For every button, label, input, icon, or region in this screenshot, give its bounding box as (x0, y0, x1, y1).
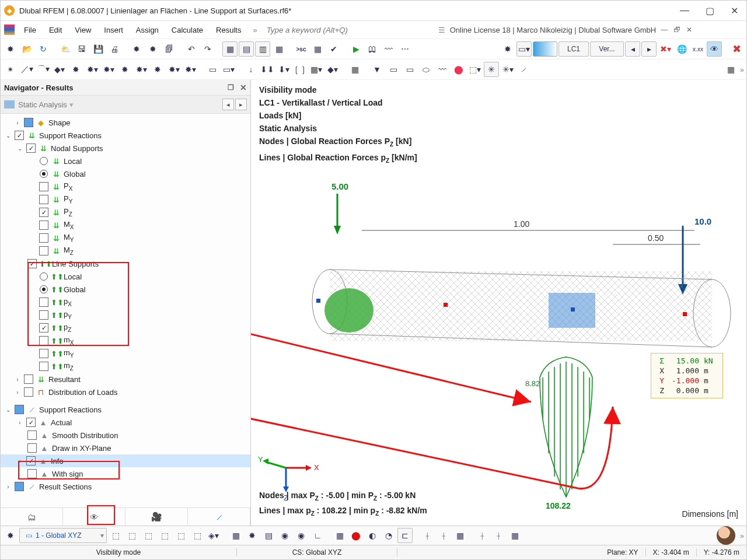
tree-distribution[interactable]: ›⊓Distribution of Loads (1, 386, 250, 398)
lc-eye-icon[interactable]: 👁 (707, 41, 722, 57)
osnap2[interactable]: ⬤ (348, 528, 364, 543)
tree-nodal-local[interactable]: ⇊Local (1, 155, 250, 167)
free-load-icon[interactable]: ◆▾ (325, 62, 340, 77)
grid2[interactable]: ▦ (452, 528, 467, 543)
lc-drop[interactable]: ▭▾ (516, 41, 532, 57)
save-icon[interactable]: 💾 (90, 41, 106, 57)
lc-del-icon[interactable]: ✖▾ (658, 41, 673, 57)
node-icon[interactable]: ✴ (3, 62, 18, 77)
toggle-3[interactable]: ▥ (255, 41, 270, 57)
tree-display-sr[interactable]: ⌄⟋Support Reactions (1, 403, 250, 416)
open-icon[interactable]: 📂 (19, 41, 34, 57)
lc-new-icon[interactable]: ✸ (500, 41, 515, 57)
more-icon[interactable]: ⋯ (397, 41, 413, 57)
sel-icon[interactable]: ▭ (205, 62, 220, 77)
new-tbl-icon[interactable]: ✸ (145, 41, 160, 57)
minimize-button[interactable]: — (680, 5, 689, 16)
menu-view[interactable]: View (69, 24, 97, 36)
cancel-all-icon[interactable]: ✖ (729, 41, 744, 57)
osnap4[interactable]: ◔ (381, 528, 396, 543)
menu-insert[interactable]: Insert (98, 24, 129, 36)
maximize-button[interactable]: ▢ (706, 5, 714, 16)
lc-name[interactable]: Ver... (590, 41, 624, 57)
close-button[interactable]: ✕ (731, 5, 738, 16)
osnap1[interactable]: ▦ (332, 528, 347, 543)
section-icon[interactable]: ⟋ (516, 62, 532, 77)
cube-icon[interactable]: ⬚▾ (467, 62, 483, 77)
tree-resultant[interactable]: ›⇊Resultant (1, 373, 250, 386)
tree-line-py[interactable]: ⬆⬆pY (1, 309, 250, 321)
mesh-icon[interactable]: ▦ (347, 62, 362, 77)
tree-result-sections[interactable]: ›⟋Result Sections (1, 480, 250, 493)
arc-icon[interactable]: ⌒▾ (36, 62, 51, 77)
spark1-icon[interactable]: ✸ (68, 62, 83, 77)
rainbow-icon[interactable]: ⬤ (451, 62, 466, 77)
user-avatar[interactable] (717, 526, 735, 545)
wave-icon[interactable]: 〰 (435, 62, 450, 77)
tree-nodal-pz[interactable]: ⇊PZ (1, 206, 250, 219)
view1-icon[interactable]: ▭ (386, 62, 401, 77)
spark2-icon[interactable]: ✸▾ (85, 62, 100, 77)
cloud-icon[interactable]: ⛅ (58, 41, 73, 57)
spark5-icon[interactable]: ✸ (150, 62, 165, 77)
selector-prev[interactable]: ◂ (222, 99, 234, 110)
lc-world-icon[interactable]: 🌐 (674, 41, 689, 57)
spark6-icon[interactable]: ✸▾ (166, 62, 181, 77)
cylinder-icon[interactable]: ⬭ (418, 62, 434, 77)
tree-smooth[interactable]: ▲Smooth Distribution (1, 429, 250, 442)
tree-nodal-mx[interactable]: ⇊MX (1, 219, 250, 232)
inner-minimize-button[interactable]: — (661, 26, 668, 34)
guide1[interactable]: ⟊ (420, 528, 435, 543)
vw4[interactable]: ⬚ (157, 528, 172, 543)
surf-load-icon[interactable]: ⬇▾ (276, 62, 291, 77)
inner-restore-button[interactable]: 🗗 (673, 26, 680, 34)
block-icon[interactable]: ▦ (310, 41, 325, 57)
line-load-icon[interactable]: ⬇⬇ (260, 62, 275, 77)
vw3[interactable]: ⬚ (141, 528, 156, 543)
sel2-icon[interactable]: ▭▾ (221, 62, 236, 77)
iso-icon[interactable]: ◈▾ (206, 528, 221, 543)
navtab-diagram[interactable]: ⟋ (188, 508, 250, 526)
toggle-1[interactable]: ▦ (222, 41, 238, 57)
snap1-icon[interactable]: ◉ (277, 528, 292, 543)
osnap5[interactable]: ⊏ (397, 528, 413, 543)
line-sup-icon[interactable]: ✸ (117, 62, 132, 77)
tree-line-my[interactable]: ⬆⬆mY (1, 347, 250, 360)
undo-icon[interactable]: ↶ (184, 41, 199, 57)
print-icon[interactable]: 🖨 (107, 41, 122, 57)
menu-file[interactable]: File (18, 24, 42, 36)
line-icon[interactable]: ／▾ (19, 62, 34, 77)
anim-icon[interactable]: 🕮 (365, 41, 380, 57)
tree-actual[interactable]: ›▲Actual (1, 416, 250, 429)
tree-line-mz[interactable]: ⬆⬆mZ (1, 360, 250, 373)
menu-edit[interactable]: Edit (43, 24, 68, 36)
active-view-selector[interactable]: ▭1 - Global XYZ▾ (19, 528, 107, 543)
navtab-eye[interactable]: 👁 (63, 508, 125, 526)
guide4[interactable]: ⟊ (491, 528, 506, 543)
new-icon[interactable]: ✸ (3, 41, 18, 57)
grid-icon[interactable]: ▦ (228, 528, 243, 543)
tree-nodal-global[interactable]: ⇊Global (1, 167, 250, 180)
inner-close-button[interactable]: ✕ (686, 26, 692, 34)
tree-nodal-px[interactable]: ⇊PX (1, 180, 250, 193)
grid-load-icon[interactable]: ▦▾ (309, 62, 324, 77)
tree-support-reactions[interactable]: ⌄⇊Support Reactions (1, 129, 250, 142)
lc-next[interactable]: ▸ (641, 41, 657, 57)
filter-icon[interactable]: ▼ (369, 62, 385, 77)
osnap3[interactable]: ◐ (365, 528, 380, 543)
navtab-layers[interactable]: 🗂 (1, 508, 63, 526)
script-icon[interactable]: >sc (294, 41, 309, 57)
tree-nodal-mz[interactable]: ⇊MZ (1, 244, 250, 257)
tbl-icon[interactable]: ▦ (271, 41, 287, 57)
refresh-icon[interactable]: ↻ (36, 41, 51, 57)
nodal-load-icon[interactable]: ↓ (243, 62, 259, 77)
tree-line-px[interactable]: ⬆⬆pX (1, 296, 250, 309)
vw2[interactable]: ⬚ (124, 528, 139, 543)
menu-calculate[interactable]: Calculate (166, 24, 209, 36)
viewport[interactable]: Visibility mode LC1 - Vertikallast / Ver… (251, 80, 746, 526)
vw1[interactable]: ⬚ (108, 528, 123, 543)
menu-results[interactable]: Results (210, 24, 247, 36)
curve-icon[interactable]: 〰 (381, 41, 396, 57)
navtab-camera[interactable]: 🎥 (125, 508, 188, 526)
menu-assign[interactable]: Assign (130, 24, 165, 36)
